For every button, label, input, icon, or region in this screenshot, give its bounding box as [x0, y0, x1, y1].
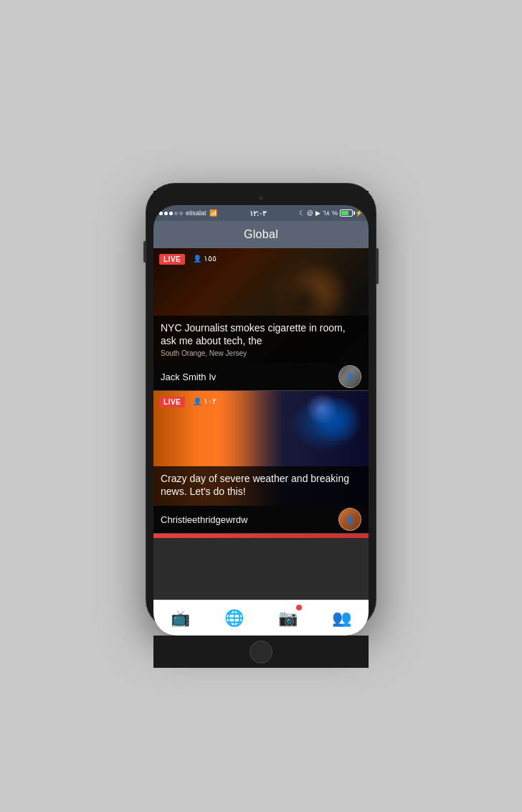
viewer-number-2: ١٠٢: [204, 397, 217, 406]
charge-icon: ⚡: [355, 209, 363, 217]
card-1-username: Jack Smith Iv: [161, 372, 216, 382]
viewer-number-1: ١٥٥: [204, 254, 217, 263]
card-1-footer: Jack Smith Iv 👤: [153, 363, 369, 390]
tab-global[interactable]: 🌐: [217, 600, 252, 636]
card-1-info: NYC Journalist smokes cigarette in room,…: [153, 316, 369, 363]
percent-sign: %: [332, 209, 338, 217]
dot-1: [159, 212, 163, 215]
carrier-name: etisalat: [186, 209, 207, 217]
card-1-avatar: 👤: [338, 365, 361, 388]
card-2-footer: Christieethridgewrdw 👤: [153, 506, 369, 533]
location-icon: ▶: [315, 209, 321, 217]
home-button[interactable]: [250, 641, 272, 664]
live-badge-2: LIVE: [159, 397, 185, 407]
status-bar: etisalat 📶 ١٢:٠٣ ☾ @ ▶ ٦٨ % ⚡: [153, 205, 369, 221]
home-area: [153, 636, 369, 668]
dot-5: [179, 212, 183, 215]
card-2-title: Crazy day of severe weather and breaking…: [161, 472, 361, 498]
phone-screen: etisalat 📶 ١٢:٠٣ ☾ @ ▶ ٦٨ % ⚡: [153, 205, 369, 636]
live-badge-1: LIVE: [159, 254, 185, 265]
wifi-icon: 📶: [209, 209, 217, 217]
status-right: ☾ @ ▶ ٦٨ % ⚡: [299, 209, 363, 217]
camera-dot: [259, 196, 263, 200]
card-2-info: Crazy day of severe weather and breaking…: [153, 466, 369, 506]
card-2-avatar: 👤: [338, 508, 361, 531]
status-time: ١٢:٠٣: [250, 209, 266, 217]
live-card-1[interactable]: LIVE 👤 ١٥٥ NYC Journalist smokes cigaret…: [153, 248, 369, 391]
card-2-username: Christieethridgewrdw: [161, 514, 247, 525]
phone-outer: etisalat 📶 ١٢:٠٣ ☾ @ ▶ ٦٨ % ⚡: [146, 184, 376, 628]
tab-camera[interactable]: 📷: [270, 600, 306, 636]
content-area: LIVE 👤 ١٥٥ NYC Journalist smokes cigaret…: [153, 248, 369, 600]
moon-icon: ☾: [299, 209, 305, 217]
tv-icon: 📺: [171, 609, 190, 628]
dot-2: [164, 212, 168, 215]
at-icon: @: [307, 209, 313, 217]
page-title: Global: [244, 228, 278, 241]
status-left: etisalat 📶: [159, 209, 217, 217]
viewer-count-1: 👤 ١٥٥: [193, 254, 217, 263]
dot-3: [169, 212, 173, 215]
viewer-icon-2: 👤: [193, 397, 201, 405]
battery-icon: [340, 209, 353, 217]
live-card-2[interactable]: LIVE 👤 ١٠٢ Crazy day of severe weather a…: [153, 391, 369, 534]
tab-tv[interactable]: 📺: [163, 600, 199, 636]
card-3-peek: [153, 534, 369, 538]
globe-icon: 🌐: [224, 609, 244, 628]
viewer-icon-1: 👤: [193, 255, 201, 263]
camera-icon: 📷: [278, 609, 298, 628]
people-icon: 👥: [332, 609, 351, 628]
card-1-location: South Orange, New Jersey: [161, 349, 361, 357]
tab-bar: 📺 🌐 📷 👥: [153, 600, 369, 636]
card-1-title: NYC Journalist smokes cigarette in room,…: [161, 321, 361, 347]
card-2-thumbnail: LIVE 👤 ١٠٢ Crazy day of severe weather a…: [153, 391, 369, 506]
tab-people[interactable]: 👥: [324, 600, 360, 636]
viewer-count-2: 👤 ١٠٢: [193, 397, 217, 406]
battery-percent: ٦٨: [323, 209, 330, 217]
camera-notification-badge: [296, 605, 302, 610]
phone-frame: etisalat 📶 ١٢:٠٣ ☾ @ ▶ ٦٨ % ⚡: [146, 184, 376, 628]
card-1-thumbnail: LIVE 👤 ١٥٥ NYC Journalist smokes cigaret…: [153, 248, 369, 363]
nav-bar: Global: [153, 221, 369, 248]
signal-dots: [159, 212, 183, 215]
dot-4: [174, 212, 178, 215]
camera-area: [153, 191, 369, 205]
battery-fill: [341, 211, 348, 215]
